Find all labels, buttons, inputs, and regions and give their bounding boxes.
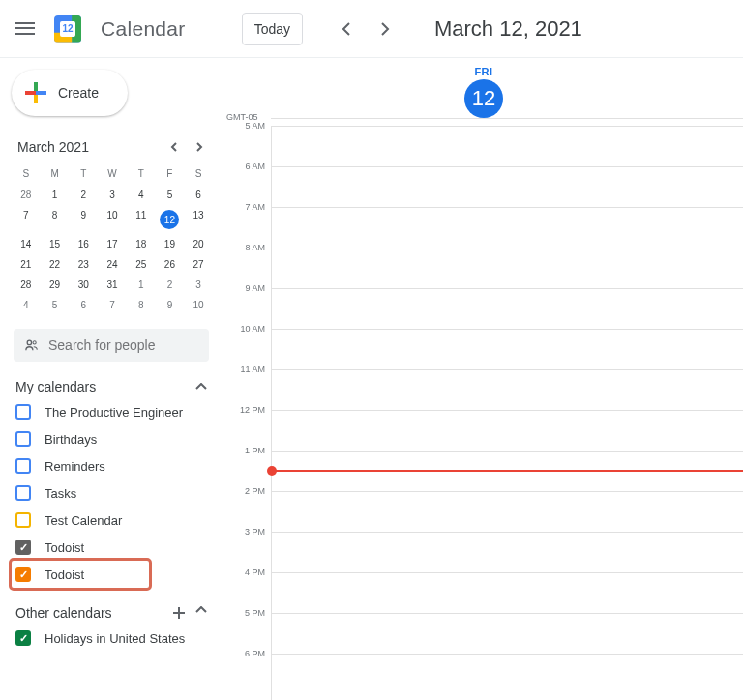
next-day-button[interactable] [371,15,400,44]
hour-label: 10 AM [224,324,271,365]
mini-day-cell[interactable]: 8 [41,205,70,234]
hour-divider [272,166,743,167]
other-calendars-header[interactable]: Other calendars [15,605,207,621]
mini-day-cell[interactable]: 10 [184,295,213,315]
hour-label: 5 PM [224,608,271,649]
mini-day-cell[interactable]: 12 [156,205,185,234]
hour-divider [272,613,743,614]
mini-day-cell[interactable]: 15 [41,234,70,254]
prev-day-button[interactable] [332,15,361,44]
calendar-label: Holidays in United States [45,631,185,646]
calendar-label: Birthdays [45,432,97,447]
today-button[interactable]: Today [242,13,303,45]
add-calendar-icon[interactable] [172,606,186,620]
calendar-item[interactable]: Reminders [12,452,217,480]
other-calendars-title: Other calendars [15,605,112,621]
mini-day-cell[interactable]: 16 [69,234,98,254]
mini-day-cell[interactable]: 4 [12,295,41,315]
mini-dow: W [98,162,127,185]
mini-day-cell[interactable]: 26 [156,254,185,275]
mini-day-cell[interactable]: 4 [127,185,156,205]
calendar-item[interactable]: Tasks [12,480,217,507]
mini-dow: T [69,162,98,185]
calendar-checkbox[interactable] [15,540,31,555]
calendar-item[interactable]: The Productive Engineer [12,398,217,425]
chevron-up-icon[interactable] [195,606,207,620]
mini-day-cell[interactable]: 18 [127,234,156,254]
calendar-item[interactable]: Birthdays [12,425,217,452]
mini-day-cell[interactable]: 17 [98,234,127,254]
date-nav [332,15,400,44]
mini-day-cell[interactable]: 6 [69,295,98,315]
mini-day-cell[interactable]: 24 [98,254,127,275]
day-name: FRI [464,66,503,77]
allday-divider [271,118,743,119]
hour-label: 7 AM [224,202,271,243]
mini-day-cell[interactable]: 23 [69,254,98,275]
chevron-up-icon[interactable] [195,383,207,391]
mini-day-cell[interactable]: 29 [41,275,70,295]
mini-calendar-title: March 2021 [17,139,89,155]
mini-day-cell[interactable]: 5 [156,185,185,205]
mini-day-cell[interactable]: 10 [98,205,127,234]
mini-day-cell[interactable]: 14 [12,234,41,254]
mini-day-cell[interactable]: 21 [12,254,41,275]
calendar-item[interactable]: Test Calendar [12,507,217,534]
mini-day-cell[interactable]: 3 [184,275,213,295]
day-grid[interactable]: 5 AM6 AM7 AM8 AM9 AM10 AM11 AM12 PM1 PM2… [224,126,743,700]
hour-label: 2 PM [224,486,271,527]
my-calendars-list: The Productive EngineerBirthdaysReminder… [12,398,217,588]
hour-label: 3 PM [224,527,271,568]
mini-day-cell[interactable]: 1 [127,275,156,295]
mini-next-button[interactable] [192,140,207,154]
calendar-checkbox[interactable] [15,512,31,528]
calendar-checkbox[interactable] [15,431,31,447]
app-header: 12 Calendar Today March 12, 2021 [0,0,743,58]
app-title: Calendar [101,17,186,41]
mini-day-cell[interactable]: 3 [98,185,127,205]
calendar-checkbox[interactable] [15,567,31,582]
mini-day-cell[interactable]: 8 [127,295,156,315]
event-column[interactable] [271,126,743,700]
mini-day-cell[interactable]: 13 [184,205,213,234]
calendar-label: Todoist [45,568,84,582]
mini-day-cell[interactable]: 31 [98,275,127,295]
mini-day-cell[interactable]: 5 [41,295,70,315]
create-button[interactable]: Create [12,70,128,116]
my-calendars-header[interactable]: My calendars [15,379,207,394]
mini-day-cell[interactable]: 1 [41,185,70,205]
calendar-item[interactable]: Todoist [12,534,217,561]
day-number[interactable]: 12 [464,79,503,118]
mini-prev-button[interactable] [166,140,182,154]
now-dot [267,466,277,476]
calendar-item[interactable]: Holidays in United States [12,625,217,652]
hour-label: 5 AM [224,121,271,161]
mini-day-cell[interactable]: 20 [184,234,213,254]
hour-label: 8 AM [224,243,271,283]
other-calendars-list: Holidays in United States [12,625,217,652]
mini-day-cell[interactable]: 6 [184,185,213,205]
mini-day-cell[interactable]: 9 [69,205,98,234]
mini-day-cell[interactable]: 19 [156,234,185,254]
mini-dow: F [156,162,185,185]
mini-day-cell[interactable]: 22 [41,254,70,275]
mini-day-cell[interactable]: 7 [98,295,127,315]
mini-day-cell[interactable]: 2 [69,185,98,205]
calendar-checkbox[interactable] [15,458,31,474]
mini-day-cell[interactable]: 11 [127,205,156,234]
calendar-checkbox[interactable] [15,404,31,420]
calendar-checkbox[interactable] [15,485,31,501]
mini-day-cell[interactable]: 7 [12,205,41,234]
calendar-item[interactable]: Todoist [12,561,149,588]
mini-day-cell[interactable]: 27 [184,254,213,275]
mini-day-cell[interactable]: 28 [12,275,41,295]
hour-divider [272,126,743,127]
calendar-checkbox[interactable] [15,630,31,646]
mini-day-cell[interactable]: 9 [156,295,185,315]
menu-icon[interactable] [15,19,35,39]
mini-day-cell[interactable]: 2 [156,275,185,295]
mini-day-cell[interactable]: 25 [127,254,156,275]
mini-day-cell[interactable]: 30 [69,275,98,295]
mini-day-cell[interactable]: 28 [12,185,41,205]
search-people-input[interactable]: Search for people [14,329,209,362]
